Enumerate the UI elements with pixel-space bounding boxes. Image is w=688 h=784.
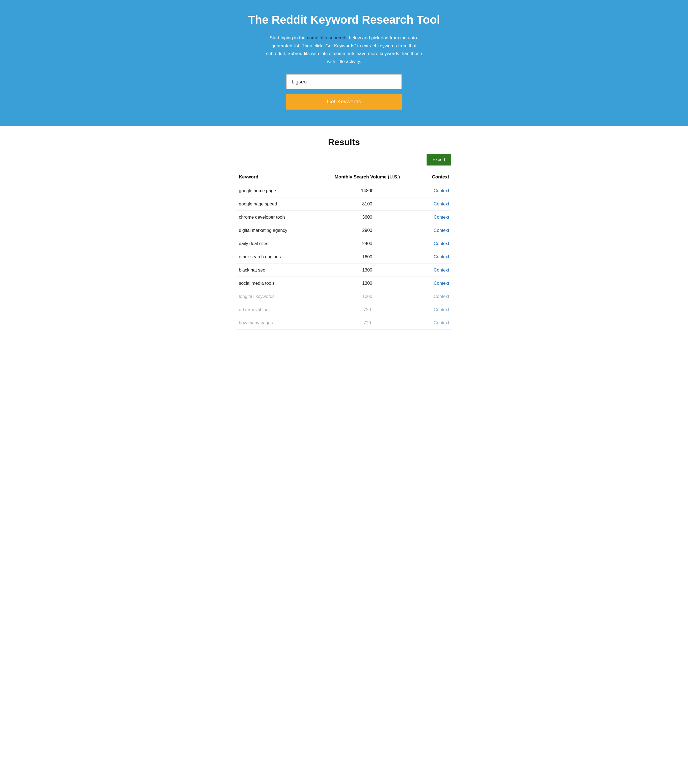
cell-volume: 720: [315, 303, 419, 316]
table-row: black hat seo1300Context: [236, 264, 452, 277]
context-link[interactable]: Context: [434, 267, 449, 272]
table-row: google home page14800Context: [236, 184, 452, 198]
context-link[interactable]: Context: [434, 294, 449, 299]
table-row: other search engines1600Context: [236, 250, 452, 264]
results-section: Results Export Keyword Monthly Search Vo…: [220, 126, 468, 346]
context-link[interactable]: Context: [434, 307, 449, 312]
cell-keyword: black hat seo: [236, 264, 315, 277]
table-row: how many pages720Context: [236, 316, 452, 329]
subreddit-search-input[interactable]: [286, 74, 402, 89]
hero-description: Start typing in the name of a subreddit …: [261, 34, 427, 66]
cell-keyword: other search engines: [236, 250, 315, 264]
hero-section: The Reddit Keyword Research Tool Start t…: [0, 0, 688, 126]
cell-context[interactable]: Context: [419, 237, 452, 250]
cell-context[interactable]: Context: [419, 303, 452, 316]
context-link[interactable]: Context: [434, 241, 449, 246]
cell-volume: 2900: [315, 224, 419, 237]
context-link[interactable]: Context: [434, 281, 449, 286]
table-row: daily deal sites2400Context: [236, 237, 452, 250]
context-link[interactable]: Context: [434, 228, 449, 233]
cell-keyword: google page speed: [236, 198, 315, 211]
column-header-context: Context: [419, 171, 452, 184]
cell-volume: 1600: [315, 250, 419, 264]
cell-keyword: chrome developer tools: [236, 211, 315, 224]
cell-context[interactable]: Context: [419, 198, 452, 211]
cell-keyword: google home page: [236, 184, 315, 198]
cell-context[interactable]: Context: [419, 316, 452, 329]
cell-context[interactable]: Context: [419, 184, 452, 198]
table-row: social media tools1300Context: [236, 277, 452, 290]
context-link[interactable]: Context: [434, 214, 449, 219]
column-header-volume: Monthly Search Volume (U.S.): [315, 171, 419, 184]
cell-context[interactable]: Context: [419, 264, 452, 277]
cell-volume: 1300: [315, 264, 419, 277]
get-keywords-button[interactable]: Get Keywords: [286, 94, 402, 110]
export-button[interactable]: Export: [427, 154, 452, 165]
cell-keyword: url removal tool: [236, 303, 315, 316]
table-row: url removal tool720Context: [236, 303, 452, 316]
cell-volume: 2400: [315, 237, 419, 250]
table-row: chrome developer tools3600Context: [236, 211, 452, 224]
cell-context[interactable]: Context: [419, 224, 452, 237]
cell-volume: 3600: [315, 211, 419, 224]
cell-keyword: how many pages: [236, 316, 315, 329]
cell-volume: 1300: [315, 277, 419, 290]
results-title: Results: [236, 137, 452, 147]
cell-context[interactable]: Context: [419, 250, 452, 264]
description-text-before: Start typing in the: [269, 35, 307, 41]
cell-context[interactable]: Context: [419, 290, 452, 303]
cell-context[interactable]: Context: [419, 277, 452, 290]
cell-volume: 720: [315, 316, 419, 329]
cell-keyword: digital marketing agency: [236, 224, 315, 237]
cell-volume: 8100: [315, 198, 419, 211]
context-link[interactable]: Context: [434, 254, 449, 259]
cell-context[interactable]: Context: [419, 211, 452, 224]
cell-volume: 1000: [315, 290, 419, 303]
results-table: Keyword Monthly Search Volume (U.S.) Con…: [236, 171, 452, 329]
subreddit-link[interactable]: name of a subreddit: [307, 35, 348, 41]
column-header-keyword: Keyword: [236, 171, 315, 184]
table-row: google page speed8100Context: [236, 198, 452, 211]
table-row: long tail keywords1000Context: [236, 290, 452, 303]
context-link[interactable]: Context: [434, 188, 449, 193]
cell-volume: 14800: [315, 184, 419, 198]
table-header-row: Keyword Monthly Search Volume (U.S.) Con…: [236, 171, 452, 184]
cell-keyword: daily deal sites: [236, 237, 315, 250]
export-row: Export: [236, 154, 452, 165]
context-link[interactable]: Context: [434, 320, 449, 325]
cell-keyword: social media tools: [236, 277, 315, 290]
table-row: digital marketing agency2900Context: [236, 224, 452, 237]
page-title: The Reddit Keyword Research Tool: [11, 13, 677, 26]
cell-keyword: long tail keywords: [236, 290, 315, 303]
context-link[interactable]: Context: [434, 201, 449, 206]
